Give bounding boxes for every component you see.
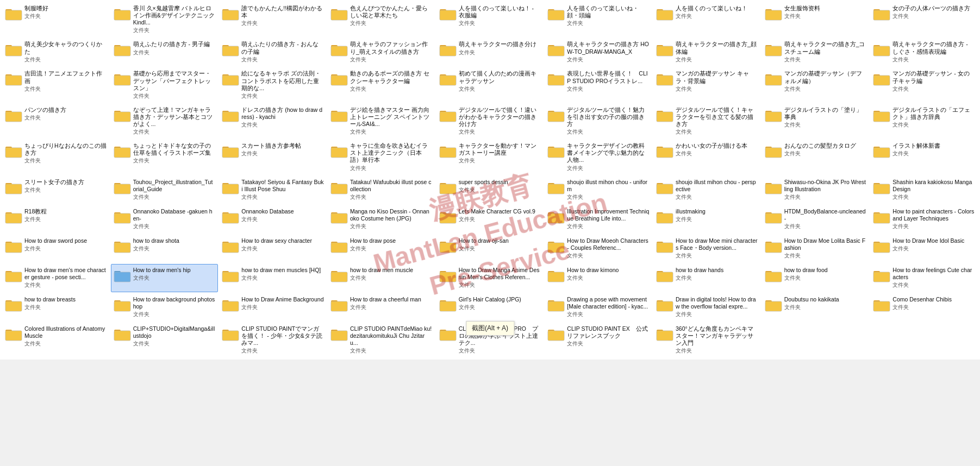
file-item[interactable]: ドレスの描き方 (how to draw dress) - kyachi文件夹 [219, 104, 327, 138]
file-item[interactable]: how to draw breasts文件夹 [2, 293, 110, 322]
file-item[interactable]: 萌えキャラのファッション作り_萌えスタイルの描き方文件夹 [328, 38, 435, 66]
file-item[interactable]: How to draw background photoshop文件夹 [111, 293, 219, 322]
file-item[interactable]: How to paint characters - Colors and Lay… [870, 205, 978, 234]
file-item[interactable]: super sports dessin文件夹 [436, 176, 544, 204]
file-item[interactable]: マンガの基礎デッサン キャラ・背景編文件夹 [653, 67, 761, 102]
file-item[interactable]: R18教程文件夹 [2, 205, 110, 234]
file-item[interactable]: デジタルイラストの「エフェクト」描き方辞典文件夹 [870, 104, 978, 138]
file-item[interactable]: 萌えキャラクターの描き方_顔体編文件夹 [653, 38, 761, 66]
file-item[interactable]: Tatakayo! Seiyou & Fantasy Buki Illust P… [219, 176, 327, 204]
file-item[interactable]: ちょっぴりHなおんなのこの描き方文件夹 [2, 140, 110, 174]
file-item[interactable]: CLIP STUDIO PAINTでマンガを描く！ - 少年・少女&タテ読みマ.… [219, 323, 327, 357]
file-item[interactable]: How to draw kimono文件夹 [545, 264, 652, 292]
file-item[interactable]: 誰でもかんたん!!構図がわかる本文件夹 [219, 2, 327, 37]
file-item[interactable]: デジタルツールで描く！魅力を引き出す女の子の服の描き方文件夹 [545, 104, 652, 138]
file-item[interactable]: パンツの描き方文件夹 [2, 104, 110, 138]
svg-rect-155 [657, 184, 673, 194]
file-item[interactable]: How to draw sword pose文件夹 [2, 235, 110, 263]
file-item[interactable]: How to draw feelings Cute characters文件夹 [870, 264, 978, 292]
file-item[interactable]: 表現したい世界を描く！ CLIP STUDIO PROイラストレ...文件夹 [545, 67, 652, 102]
file-item[interactable]: Girl's Hair Catalog (JPG)文件夹 [436, 293, 544, 322]
file-item[interactable]: 人を描くのって楽しいね！ - 衣服編文件夹 [436, 2, 544, 37]
file-item[interactable]: 萌えキャラクターの描き方_コスチューム編文件夹 [762, 38, 870, 66]
file-item[interactable]: How to draw men's moe character gesture … [2, 264, 110, 292]
svg-rect-59 [114, 75, 130, 85]
file-item[interactable]: キャラに生命を吹き込むイラスト上達テクニック（日本語）単行本文件夹 [328, 140, 435, 174]
file-item[interactable]: How to draw a cheerful man文件夹 [328, 293, 435, 322]
file-item[interactable]: デジタルツールで描く！キャラクターを引き立てる髪の描き方文件夹 [653, 104, 761, 138]
file-item[interactable]: How to Draw Moe Lolita Basic Fashion文件夹 [762, 235, 870, 263]
file-item[interactable]: Tatakau! Wafuubuki illust pose collectio… [328, 176, 435, 204]
file-item[interactable]: How to draw pose文件夹 [328, 235, 435, 263]
file-item[interactable]: キャラクターを動かす！マンガストーリー講座文件夹 [436, 140, 544, 174]
file-item[interactable]: 360°どんな角度もカンペキマスター！マンガキャラデッサン入門文件夹 [653, 323, 761, 357]
file-item[interactable]: Shiwasu-no-Okina JK Pro Wrestling Illust… [762, 176, 870, 204]
svg-rect-188 [873, 213, 890, 223]
file-item[interactable]: How to draw oji-san文件夹 [436, 235, 544, 263]
file-item[interactable]: Draw in digital tools! How to draw the o… [653, 293, 761, 322]
file-item[interactable]: how to draw men muscles [HQ]文件夹 [219, 264, 327, 292]
file-item[interactable]: How to Draw Anime Background文件夹 [219, 293, 327, 322]
file-item[interactable]: How to Draw Manga Anime Dessin Men's Clo… [436, 264, 544, 292]
file-item[interactable]: shoujo illust mihon chou - uniform文件夹 [545, 176, 652, 204]
file-item[interactable]: 香川 久×鬼越雷摩 バトルヒロイン作画&デザインテクニック Kindl...文件… [111, 2, 219, 37]
file-item[interactable]: イラスト解体新書文件夹 [870, 140, 978, 174]
file-item[interactable]: 萌えキャラクターの描き分け文件夹 [436, 38, 544, 66]
file-item[interactable]: 吉田流！アニメエフェクト作画文件夹 [2, 67, 110, 102]
file-item[interactable]: How to draw sexy character文件夹 [219, 235, 327, 263]
file-item[interactable]: shoujo illust mihon chou - perspective文件… [653, 176, 761, 204]
file-item[interactable]: マンガの基礎デッサン - 女の子キャラ編文件夹 [870, 67, 978, 102]
file-item[interactable]: How to Draw Moeoh Characters - Couples R… [545, 235, 652, 263]
file-item[interactable]: how to draw food文件夹 [762, 264, 870, 292]
file-item[interactable]: Illustration Improvement Technique Breat… [545, 205, 652, 234]
file-item[interactable]: 制服嗜好文件夹 [2, 2, 110, 37]
file-item[interactable]: マンガの基礎デッサン（デフォルメ編）文件夹 [762, 67, 870, 102]
file-item[interactable]: 萌えふたりの描き方 - 男子編文件夹 [111, 38, 219, 66]
file-item[interactable]: おんなのこの髪型カタログ文件夹 [762, 140, 870, 174]
file-item[interactable]: CLIP STUDIO PAINT EX 公式リファレンスブック文件夹 [545, 323, 652, 357]
file-item[interactable]: デジタルイラストの「塗り」事典文件夹 [762, 104, 870, 138]
file-item[interactable]: Onnanoko Database -gakuen hen-文件夹 [111, 205, 219, 234]
file-item[interactable]: Colored Illustrations of Anatomy Muscle文… [2, 323, 110, 357]
file-item[interactable]: 人を描くのって楽しいね！文件夹 [653, 2, 761, 37]
file-item[interactable]: HTDM_BodyBalance-uncleaned-文件夹 [762, 205, 870, 234]
file-item[interactable]: 色えんぴつでかんたん・愛らしい花と草木たち文件夹 [328, 2, 435, 37]
file-item[interactable]: how to draw shota文件夹 [111, 235, 219, 263]
file-item[interactable]: スリート女子の描き方文件夹 [2, 176, 110, 204]
file-item[interactable]: デジ絵を描きマスター 画力向上トレーニング スペイントツールSAI&...文件夹 [328, 104, 435, 138]
file-item[interactable]: Drawing a pose with movement [Male chara… [545, 293, 652, 322]
file-item[interactable]: Lets Make Character CG vol.9文件夹 [436, 205, 544, 234]
file-item[interactable]: キャラクターデザインの教科書メイキングで学ぶ魅力的な人物...文件夹 [545, 140, 652, 174]
file-item[interactable]: 萌えキャラクターの描き方 HOW-TO_DRAW-MANGA_X文件夹 [545, 38, 652, 66]
file-item[interactable]: 萌えふたりの描き方 - おんなの子編文件夹 [219, 38, 327, 66]
file-item[interactable]: Touhou_Project_illustration_Tutorial_Gui… [111, 176, 219, 204]
file-item[interactable]: Como Desenhar Chibis文件夹 [870, 293, 978, 322]
file-item[interactable]: かわいい女の子が描ける本文件夹 [653, 140, 761, 174]
file-item[interactable]: デジタルツールで描く！違いがわかるキャラクターの描き分け方文件夹 [436, 104, 544, 138]
file-item[interactable]: Shashin kara kakiokosu Manga Design文件夹 [870, 176, 978, 204]
file-item[interactable]: illustmaking文件夹 [653, 205, 761, 234]
svg-rect-248 [114, 301, 130, 311]
file-item[interactable]: How to draw Moe mini characters Face・Bod… [653, 235, 761, 263]
file-item[interactable]: Doubutsu no kakikata文件夹 [762, 293, 870, 322]
file-item[interactable]: 基礎から応用までマスター・デッサン「パーフェクトレッスン」文件夹 [111, 67, 219, 102]
file-item[interactable]: CLIP STUDIO PAINTdeMiao ku! dezitarukomi… [328, 323, 435, 357]
file-item[interactable]: CLIP+STUDIO+DigitalManga&illustdojo文件夹 [111, 323, 219, 357]
file-item[interactable]: How to draw men's hip文件夹 [111, 264, 219, 292]
file-item[interactable]: how to draw men muscle文件夹 [328, 264, 435, 292]
file-item[interactable]: Onnanoko Database文件夹 [219, 205, 327, 234]
file-item[interactable]: 人を描くのって楽しいね・顔・頭編文件夹 [545, 2, 652, 37]
file-item[interactable]: 動きのあるポーズの描き方 セクシーキャラクター編文件夹 [328, 67, 435, 102]
file-item[interactable]: 萌え美少女キャラのつくりかた文件夹 [2, 38, 110, 66]
file-item[interactable]: 女生服饰资料文件夹 [762, 2, 870, 37]
file-item[interactable]: なぞって上達！マンガキャラ描き方・デッサン-基本とコツがよく...文件夹 [111, 104, 219, 138]
file-item[interactable]: 絵になるキャラポ ズの法則・コントラポストを応用した童期的な...文件夹 [219, 67, 327, 102]
file-item[interactable]: 初めて描く人のための漫画キャラデッサン文件夹 [436, 67, 544, 102]
file-item[interactable]: Manga no Kiso Dessin - Onnanoko Costume … [328, 205, 435, 234]
file-item[interactable]: スカート描き方参考帖文件夹 [219, 140, 327, 174]
file-item[interactable]: How to Draw Moe Idol Basic文件夹 [870, 235, 978, 263]
file-item[interactable]: ちょっとドキドキな女の子の仕草を描くイラストポーズ集文件夹 [111, 140, 219, 174]
file-item[interactable]: 萌えキャラクターの描き方 - しぐさ・感情表現編文件夹 [870, 38, 978, 66]
file-item[interactable]: how to draw hands文件夹 [653, 264, 761, 292]
file-item[interactable]: 女の子の人体パーツの描き方文件夹 [870, 2, 978, 37]
